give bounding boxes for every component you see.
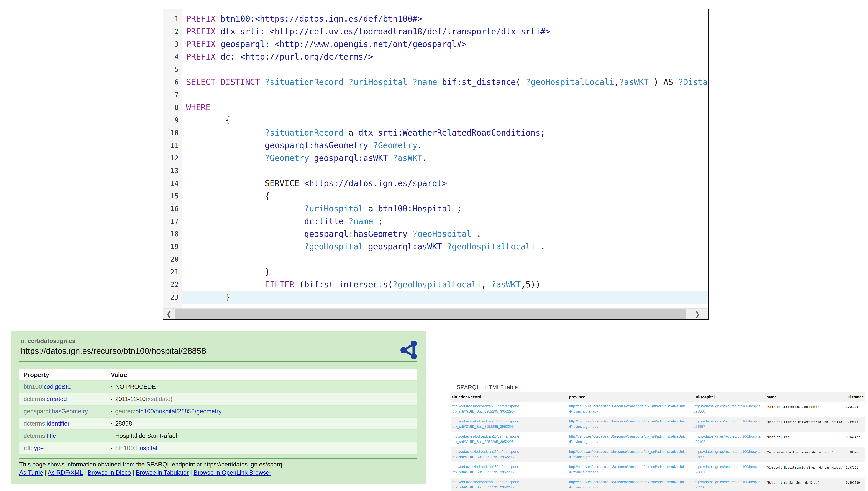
property-link[interactable]: type [32,445,44,452]
footer-link[interactable]: As Turtle [19,469,43,476]
code-line[interactable]: 20 [163,253,708,265]
property-link[interactable]: identifier [47,420,69,427]
code-line[interactable]: 2PREFIX dtx_srti: <http://cef.uv.es/lodr… [163,25,708,38]
province-cell-link[interactable]: http://cef.uv.es/lodroadtran18/recurso/t… [569,419,692,424]
code-text[interactable]: ?Geometry geosparql:asWKT ?asWKT. [182,152,708,164]
situation-record-cell-link[interactable]: http://cef.uv.es/lodroadtran18/def/trans… [451,404,567,409]
code-line[interactable]: 18 geosparql:hasGeometry ?geoHospital . [163,228,708,240]
footer-link[interactable]: Browse in OpenLink Browser [193,469,271,476]
code-line[interactable]: 19 ?geoHospital geosparql:asWKT ?geoHosp… [163,240,708,253]
scroll-left-arrow-icon[interactable]: ❮ [163,309,174,319]
code-lines[interactable]: 1PREFIX btn100:<https://datos.ign.es/def… [163,9,708,309]
province-cell-link[interactable]: http://cef.uv.es/lodroadtran18/recurso/t… [569,480,692,485]
province-cell-link[interactable]: /Provincia/granada [569,409,692,414]
value-link[interactable]: btn100/hospital/28858/geometry [136,408,222,415]
property-link[interactable]: created [47,396,67,402]
code-text[interactable] [182,253,708,265]
uri-hospital-cell-link[interactable]: /29102 [694,439,765,444]
code-text[interactable] [182,63,708,76]
uri-hospital-cell-link[interactable]: https://datos.ign.es/recurso/btn100/hosp… [694,419,765,424]
situation-record-cell-link[interactable]: /dtx_srti#GUID_Suc_3952295_3952295 [451,485,567,490]
code-line[interactable]: 9 { [163,114,708,126]
code-line[interactable]: 8WHERE [163,101,708,114]
situation-record-cell-link[interactable]: http://cef.uv.es/lodroadtran18/def/trans… [451,434,567,439]
code-line[interactable]: 14 SERVICE <https://datos.ign.es/sparql> [163,177,708,190]
footer-link[interactable]: Browse in Disco [88,469,131,476]
province-cell-link[interactable]: http://cef.uv.es/lodroadtran18/recurso/t… [569,434,692,439]
code-text[interactable]: } [182,291,708,304]
province-cell-link[interactable]: /Provincia/granada [569,485,692,490]
uri-hospital-cell-link[interactable]: /28860 [694,409,765,414]
code-line[interactable]: 6SELECT DISTINCT ?situationRecord ?uriHo… [163,76,708,88]
code-text[interactable]: ?uriHospital a btn100:Hospital ; [182,202,708,215]
code-text[interactable]: PREFIX dc: <http://purl.org/dc/terms/> [182,51,708,63]
code-line[interactable]: 22 FILTER (bif:st_intersects(?geoHospita… [163,278,708,291]
situation-record-cell-link[interactable]: /dtx_srti#GUID_Suc_3952295_3952295 [451,454,567,460]
situation-record-cell-link[interactable]: /dtx_srti#GUID_Suc_3952295_3952295 [451,469,567,475]
footer-link[interactable]: Browse in Tabulator [136,469,188,476]
code-text[interactable]: { [182,190,708,202]
property-link[interactable]: codigoBIC [43,383,71,390]
col-header-name[interactable]: name [766,393,845,402]
province-cell-link[interactable]: http://cef.uv.es/lodroadtran18/recurso/t… [569,464,692,469]
code-text[interactable]: geosparql:hasGeometry ?Geometry. [182,139,708,152]
situation-record-cell-link[interactable]: /dtx_srti#GUID_Suc_3952295_3952295 [451,409,567,414]
code-line[interactable]: 13 [163,164,708,177]
code-line[interactable]: 7 [163,88,708,101]
rdf-share-icon[interactable] [399,339,419,360]
code-line[interactable]: 3PREFIX geosparql: <http://www.opengis.n… [163,38,708,51]
value-link[interactable]: Hospital [136,445,157,452]
code-text[interactable] [182,164,708,177]
province-cell-link[interactable]: /Provincia/granada [569,424,692,429]
province-cell-link[interactable]: http://cef.uv.es/lodroadtran18/recurso/t… [569,404,692,409]
code-line[interactable]: 4PREFIX dc: <http://purl.org/dc/terms/> [163,51,708,63]
uri-hospital-cell-link[interactable]: https://datos.ign.es/recurso/btn100/hosp… [694,480,765,485]
situation-record-cell-link[interactable]: http://cef.uv.es/lodroadtran18/def/trans… [451,480,567,485]
code-line[interactable]: 23 } [163,291,708,304]
uri-hospital-cell-link[interactable]: https://datos.ign.es/recurso/btn100/hosp… [694,434,765,439]
uri-hospital-cell-link[interactable]: /29220 [694,485,765,490]
province-cell-link[interactable]: /Provincia/granada [569,439,692,444]
code-text[interactable]: PREFIX geosparql: <http://www.opengis.ne… [182,38,708,51]
code-text[interactable]: SELECT DISTINCT ?situationRecord ?uriHos… [182,76,708,88]
code-line[interactable]: 1PREFIX btn100:<https://datos.ign.es/def… [163,12,708,25]
situation-record-cell-link[interactable]: http://cef.uv.es/lodroadtran18/def/trans… [451,464,567,469]
property-link[interactable]: title [47,432,56,439]
sparql-query-editor[interactable]: 1PREFIX btn100:<https://datos.ign.es/def… [163,8,709,320]
province-cell-link[interactable]: /Provincia/granada [569,454,692,460]
col-header-uriHospital[interactable]: uriHospital [694,393,766,402]
scrollbar-thumb[interactable] [175,309,686,319]
col-header-situationRecord[interactable]: situationRecord [451,393,568,402]
code-text[interactable]: dc:title ?name ; [182,215,708,228]
code-text[interactable]: } [182,265,708,278]
code-line[interactable]: 5 [163,63,708,76]
province-cell-link[interactable]: http://cef.uv.es/lodroadtran18/recurso/t… [569,449,692,454]
col-header-province[interactable]: province [568,393,694,402]
code-line[interactable]: 15 { [163,190,708,202]
code-text[interactable]: ?situationRecord a dtx_srti:WeatherRelat… [182,126,708,139]
footer-link[interactable]: As RDF/XML [48,469,83,476]
situation-record-cell-link[interactable]: /dtx_srti#GUID_Suc_3952295_3952295 [451,424,567,429]
scroll-right-arrow-icon[interactable]: ❯ [687,309,708,319]
code-text[interactable]: PREFIX btn100:<https://datos.ign.es/def/… [182,12,708,25]
code-text[interactable]: FILTER (bif:st_intersects(?geoHospitalLo… [182,278,708,291]
uri-hospital-cell-link[interactable]: https://datos.ign.es/recurso/btn100/hosp… [694,464,765,469]
code-text[interactable]: SERVICE <https://datos.ign.es/sparql> [182,177,708,190]
uri-hospital-cell-link[interactable]: https://datos.ign.es/recurso/btn100/hosp… [694,404,765,409]
uri-hospital-cell-link[interactable]: /28857 [694,424,765,429]
property-link[interactable]: hasGeometry [52,408,88,415]
situation-record-cell-link[interactable]: /dtx_srti#GUID_Suc_3952295_3952295 [451,439,567,444]
code-line[interactable]: 21 } [163,265,708,278]
uri-hospital-cell-link[interactable]: /28855 [694,454,765,460]
code-line[interactable]: 10 ?situationRecord a dtx_srti:WeatherRe… [163,126,708,139]
col-header-distance[interactable]: Distance [845,393,865,402]
code-line[interactable]: 17 dc:title ?name ; [163,215,708,228]
code-text[interactable]: WHERE [182,101,708,114]
province-cell-link[interactable]: /Provincia/granada [569,469,692,475]
situation-record-cell-link[interactable]: http://cef.uv.es/lodroadtran18/def/trans… [451,449,567,454]
code-line[interactable]: 12 ?Geometry geosparql:asWKT ?asWKT. [163,152,708,164]
code-line[interactable]: 11 geosparql:hasGeometry ?Geometry. [163,139,708,152]
situation-record-cell-link[interactable]: http://cef.uv.es/lodroadtran18/def/trans… [451,419,567,424]
code-text[interactable]: PREFIX dtx_srti: <http://cef.uv.es/lodro… [182,25,708,38]
code-text[interactable]: ?geoHospital geosparql:asWKT ?geoHospita… [182,240,708,253]
